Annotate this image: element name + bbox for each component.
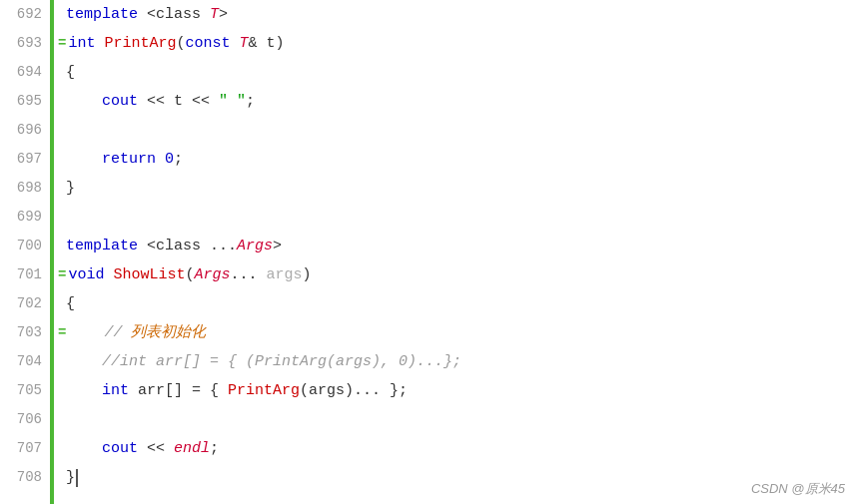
code-line: return 0;: [66, 145, 855, 174]
token-plain: {: [66, 289, 75, 318]
token-kw: const: [185, 29, 230, 58]
token-plain: }: [66, 174, 75, 203]
code-line: template <class T>: [66, 0, 855, 29]
token-fn: ShowList: [113, 260, 185, 289]
code-line: {: [66, 58, 855, 87]
token-plain: ;: [210, 434, 219, 463]
token-kw: cout: [66, 434, 138, 463]
token-plain: [104, 260, 113, 289]
line-number: 696: [8, 116, 42, 145]
token-plain: [95, 29, 104, 58]
token-kw: int: [68, 29, 95, 58]
token-tpl-param: Args: [194, 260, 230, 289]
token-args-param: args: [267, 260, 303, 289]
token-fn: PrintArg: [104, 29, 176, 58]
token-plain: ...: [230, 260, 266, 289]
token-plain: >: [273, 232, 282, 260]
line-number: 695: [8, 87, 42, 116]
token-plain: [230, 29, 239, 58]
code-line: [66, 405, 855, 434]
token-kw: template: [66, 0, 138, 29]
code-line: =void ShowList(Args... args): [66, 260, 855, 289]
token-plain: <class ...: [138, 232, 237, 260]
token-plain: (args)... };: [300, 376, 408, 405]
line-number: 705: [8, 376, 42, 405]
line-number: 706: [8, 405, 42, 434]
cursor: [76, 469, 78, 487]
code-line: cout << endl;: [66, 434, 855, 463]
code-line: int arr[] = { PrintArg(args)... };: [66, 376, 855, 405]
code-line: cout << t << " ";: [66, 87, 855, 116]
token-endl: endl: [174, 434, 210, 463]
token-plain: {: [66, 58, 75, 87]
code-line: {: [66, 289, 855, 318]
token-plain: [156, 145, 165, 174]
line-numbers: 6926936946956966976986997007017027037047…: [0, 0, 50, 504]
line-number: 692: [8, 0, 42, 29]
code-line: = // 列表初始化: [66, 318, 855, 347]
token-plain: << t <<: [138, 87, 219, 116]
watermark: CSDN @原米45: [751, 480, 845, 498]
token-num: 0: [165, 145, 174, 174]
token-tpl-param: T: [210, 0, 219, 29]
token-kw: template: [66, 232, 138, 260]
code-line: }: [66, 174, 855, 203]
line-number: 702: [8, 289, 42, 318]
code-line: [66, 203, 855, 232]
token-comment: //: [68, 318, 131, 347]
token-plain: (: [176, 29, 185, 58]
token-tpl-param: T: [240, 29, 249, 58]
line-number: 703: [8, 318, 42, 347]
line-number: 698: [8, 174, 42, 203]
token-fn: PrintArg: [228, 376, 300, 405]
line-number: 708: [8, 463, 42, 492]
token-plain: arr[] = {: [129, 376, 228, 405]
line-number: 700: [8, 232, 42, 260]
eq-marker: =: [58, 29, 66, 58]
token-comment-zh: 列表初始化: [131, 318, 206, 347]
code-line: template <class ...Args>: [66, 232, 855, 260]
line-number: 697: [8, 145, 42, 174]
token-kw: cout: [66, 87, 138, 116]
token-plain: & t): [249, 29, 285, 58]
code-area[interactable]: template <class T>=int PrintArg(const T&…: [54, 0, 855, 504]
token-plain: ): [303, 260, 312, 289]
eq-marker: =: [58, 318, 66, 347]
token-plain: <<: [138, 434, 174, 463]
token-plain: >: [219, 0, 228, 29]
token-plain: <class: [138, 0, 210, 29]
code-editor: 6926936946956966976986997007017027037047…: [0, 0, 855, 504]
token-kw: void: [68, 260, 104, 289]
line-number: 693: [8, 29, 42, 58]
code-line: [66, 116, 855, 145]
line-number: 701: [8, 260, 42, 289]
code-line: }: [66, 463, 855, 492]
line-number: 699: [8, 203, 42, 232]
token-plain: }: [66, 463, 75, 492]
code-line: //int arr[] = { (PrintArg(args), 0)...};: [66, 347, 855, 376]
token-comment: //int arr[] = { (PrintArg(args), 0)...};: [66, 347, 461, 376]
token-str: " ": [219, 87, 246, 116]
token-plain: ;: [174, 145, 183, 174]
line-number: 707: [8, 434, 42, 463]
eq-marker: =: [58, 260, 66, 289]
line-number: 694: [8, 58, 42, 87]
line-number: 704: [8, 347, 42, 376]
token-plain: ;: [246, 87, 255, 116]
token-kw: int: [66, 376, 129, 405]
token-kw: return: [66, 145, 156, 174]
code-line: =int PrintArg(const T& t): [66, 29, 855, 58]
token-tpl-param: Args: [237, 232, 273, 260]
